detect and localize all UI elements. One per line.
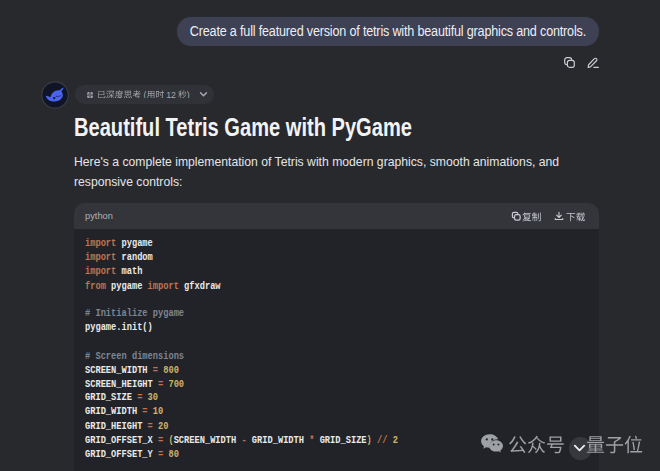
svg-text:12: 12 [166,90,176,99]
svg-text:): ) [187,90,190,99]
svg-text:(: ( [144,90,147,99]
